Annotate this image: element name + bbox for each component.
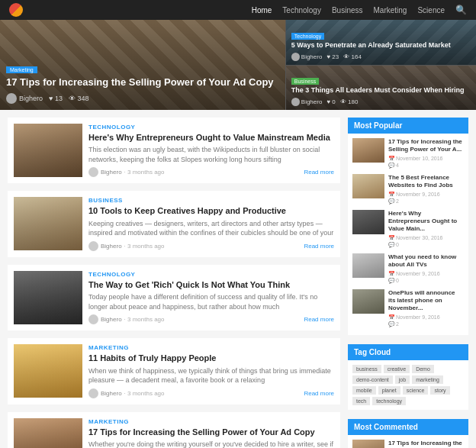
- tag-story[interactable]: story: [430, 386, 449, 395]
- read-more-link[interactable]: Read more: [304, 316, 334, 323]
- article-author: Bighero: [101, 390, 122, 397]
- article-category: Technology: [88, 271, 334, 278]
- article-excerpt: Keeping creatives — designers, writers, …: [88, 219, 334, 238]
- hero-section: Marketing 17 Tips for Increasing the Sel…: [0, 20, 476, 110]
- popular-item: The 5 Best Freelance Websites to Find Jo…: [352, 174, 464, 205]
- article-card: Marketing 17 Tips for Increasing the Sel…: [8, 412, 340, 448]
- tag-science[interactable]: science: [403, 386, 429, 395]
- article-body: Technology Here's Why Entrepreneurs Ough…: [88, 124, 334, 177]
- read-more-link[interactable]: Read more: [304, 390, 334, 397]
- tag-demo-content[interactable]: demo-content: [352, 375, 393, 384]
- popular-item-title[interactable]: Here's Why Entrepreneurs Ought to Value …: [388, 210, 464, 234]
- nav-business[interactable]: Business: [332, 6, 363, 15]
- hero-main[interactable]: Marketing 17 Tips for Increasing the Sel…: [0, 20, 285, 110]
- main-layout: Technology Here's Why Entrepreneurs Ough…: [0, 110, 476, 448]
- popular-item: What you need to know about All TVs 📅 No…: [352, 253, 464, 284]
- article-author: Bighero: [101, 169, 122, 176]
- popular-item: OnePlus will announce its latest phone o…: [352, 289, 464, 327]
- article-time: · 3 months ago: [124, 390, 165, 397]
- article-body: Marketing 17 Tips for Increasing the Sel…: [88, 418, 334, 448]
- article-title[interactable]: Here's Why Entrepreneurs Ought to Value …: [88, 132, 334, 143]
- tag-cloud: business creative Demo demo-content job …: [348, 360, 468, 410]
- article-thumb[interactable]: [14, 124, 82, 177]
- popular-item: Here's Why Entrepreneurs Ought to Value …: [352, 210, 464, 248]
- hero-side1-title: 5 Ways to Penetrate an Already Saturated…: [291, 41, 471, 50]
- most-popular-title: Most Popular: [348, 118, 468, 134]
- article-thumb[interactable]: [14, 271, 82, 324]
- popular-item-title[interactable]: The 5 Best Freelance Websites to Find Jo…: [388, 174, 464, 190]
- sidebar: Most Popular 17 Tips for Increasing the …: [348, 118, 468, 448]
- article-time: · 3 months ago: [124, 243, 165, 250]
- nav-home[interactable]: Home: [252, 6, 272, 15]
- tag-mobile[interactable]: mobile: [352, 386, 376, 395]
- article-title[interactable]: 11 Habits of Truly Happy People: [88, 353, 334, 363]
- hero-main-badge: Marketing: [6, 66, 37, 73]
- article-time: · 3 months ago: [124, 316, 165, 323]
- hero-side: Technology 5 Ways to Penetrate an Alread…: [285, 20, 476, 110]
- hero-main-author: Bighero: [19, 95, 43, 102]
- article-category: Technology: [88, 124, 334, 131]
- hero-main-likes: ♥ 13: [49, 95, 63, 102]
- popular-item-title[interactable]: What you need to know about All TVs: [388, 253, 464, 269]
- popular-item-title[interactable]: OnePlus will announce its latest phone o…: [388, 289, 464, 313]
- most-commented-title: Most Commented: [348, 419, 468, 435]
- article-time: · 3 months ago: [124, 169, 165, 176]
- article-author: Bighero: [101, 316, 122, 323]
- tag-technology[interactable]: technology: [372, 397, 406, 405]
- tag-cloud-title: Tag Cloud: [348, 344, 468, 360]
- commented-item-title[interactable]: 17 Tips for Increasing the Selling Power…: [388, 440, 464, 448]
- tag-business[interactable]: business: [352, 365, 381, 373]
- article-category: Marketing: [88, 418, 334, 425]
- nav-technology[interactable]: Technology: [282, 6, 321, 15]
- hero-side1-likes: ♥ 23: [326, 53, 339, 60]
- article-body: Technology The Way to Get 'Rich' Quick I…: [88, 271, 334, 324]
- hero-main-title: 17 Tips for Increasing the Selling Power…: [6, 76, 279, 89]
- tag-demo[interactable]: Demo: [412, 365, 434, 373]
- popular-item-title[interactable]: 17 Tips for Increasing the Selling Power…: [388, 138, 464, 154]
- read-more-link[interactable]: Read more: [304, 169, 334, 176]
- header-nav: Home Technology Business Marketing Scien…: [252, 5, 467, 15]
- articles-list: Technology Here's Why Entrepreneurs Ough…: [8, 118, 340, 448]
- article-thumb[interactable]: [14, 344, 82, 398]
- article-card: Marketing 11 Habits of Truly Happy Peopl…: [8, 338, 340, 404]
- tag-planet[interactable]: planet: [378, 386, 400, 395]
- hero-side1-badge: Technology: [291, 33, 324, 40]
- article-body: Marketing 11 Habits of Truly Happy Peopl…: [88, 344, 334, 398]
- hero-side1-author: Bighero: [301, 53, 323, 60]
- hero-side-2[interactable]: Business The 3 Things All Leaders Must C…: [286, 66, 476, 111]
- article-excerpt: This election was an ugly beast, with th…: [88, 145, 334, 164]
- tag-job[interactable]: job: [395, 375, 410, 384]
- tag-cloud-widget: Tag Cloud business creative Demo demo-co…: [348, 344, 468, 410]
- hero-side1-views: 👁 164: [343, 53, 362, 60]
- header: Home Technology Business Marketing Scien…: [0, 0, 476, 20]
- most-popular-widget: Most Popular 17 Tips for Increasing the …: [348, 118, 468, 335]
- article-title[interactable]: 10 Tools to Keep Creatives Happy and Pro…: [88, 205, 334, 216]
- article-body: Business 10 Tools to Keep Creatives Happ…: [88, 197, 334, 250]
- hero-side-1[interactable]: Technology 5 Ways to Penetrate an Alread…: [286, 20, 476, 66]
- popular-item: 17 Tips for Increasing the Selling Power…: [352, 138, 464, 169]
- nav-marketing[interactable]: Marketing: [374, 6, 407, 15]
- hero-side2-author: Bighero: [301, 98, 323, 105]
- tag-creative[interactable]: creative: [384, 365, 410, 373]
- nav-science[interactable]: Science: [417, 6, 445, 15]
- most-commented-widget: Most Commented 17 Tips for Increasing th…: [348, 419, 468, 448]
- article-title[interactable]: 17 Tips for Increasing the Selling Power…: [88, 427, 334, 437]
- search-icon[interactable]: 🔍: [455, 5, 467, 15]
- article-thumb[interactable]: [14, 197, 82, 250]
- article-excerpt: Today people have a different definition…: [88, 292, 334, 311]
- article-card: Technology The Way to Get 'Rich' Quick I…: [8, 265, 340, 330]
- article-card: Technology Here's Why Entrepreneurs Ough…: [8, 118, 340, 183]
- hero-side2-likes: ♥ 0: [326, 98, 335, 105]
- article-excerpt: Whether you're doing the writing yoursel…: [88, 440, 334, 448]
- article-author: Bighero: [101, 243, 122, 250]
- article-excerpt: When we think of happiness, we typically…: [88, 366, 334, 385]
- article-title[interactable]: The Way to Get 'Rich' Quick Is Not What …: [88, 279, 334, 290]
- article-card: Business 10 Tools to Keep Creatives Happ…: [8, 191, 340, 256]
- tag-tech[interactable]: tech: [352, 397, 370, 405]
- hero-main-views: 👁 348: [69, 95, 89, 102]
- read-more-link[interactable]: Read more: [304, 243, 334, 250]
- hero-side2-views: 👁 180: [340, 98, 359, 105]
- article-thumb[interactable]: [14, 418, 82, 448]
- tag-marketing[interactable]: marketing: [412, 375, 443, 384]
- article-category: Marketing: [88, 344, 334, 351]
